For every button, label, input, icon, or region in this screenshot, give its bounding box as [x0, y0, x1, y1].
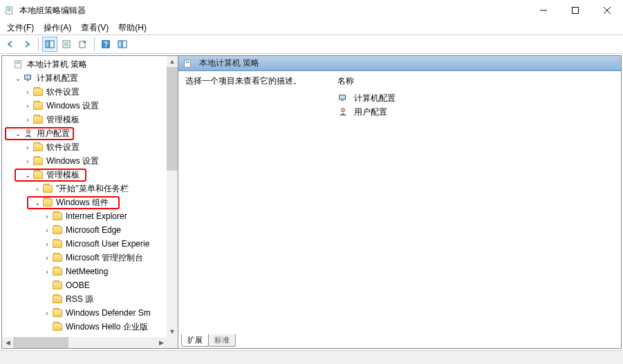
tree-item[interactable]: ›Windows 设置 [3, 99, 165, 113]
tree-item[interactable]: ›软件设置 [3, 140, 165, 154]
collapse-icon[interactable]: ⌄ [13, 130, 23, 137]
close-button[interactable] [591, 0, 623, 21]
collapse-icon[interactable]: ⌄ [32, 199, 42, 207]
expand-icon[interactable]: › [42, 227, 52, 234]
tree-item[interactable]: ›Microsoft 管理控制台 [3, 251, 165, 265]
expand-icon[interactable]: › [42, 213, 52, 220]
menu-help[interactable]: 帮助(H) [114, 21, 151, 35]
expand-icon[interactable]: › [32, 185, 42, 193]
list-item[interactable]: 计算机配置 [337, 91, 614, 105]
folder-icon [52, 307, 63, 318]
tree-item[interactable]: ›Windows 设置 [3, 154, 165, 168]
svg-rect-27 [186, 62, 189, 63]
folder-icon [52, 224, 63, 236]
column-header-name[interactable]: 名称 [337, 75, 614, 87]
scroll-thumb[interactable] [13, 337, 68, 348]
toolbar-sep [94, 37, 95, 51]
properties-button[interactable] [59, 37, 74, 52]
tree-item[interactable]: ›Internet Explorer [3, 209, 165, 223]
list-item[interactable]: 用户配置 [337, 105, 614, 119]
folder-icon [32, 142, 44, 153]
tree-item[interactable]: ›Microsoft User Experie [3, 237, 165, 251]
tree-item[interactable]: ›Windows Defender Sm [3, 306, 165, 320]
svg-rect-2 [8, 9, 11, 10]
tree-label: 计算机配置 [35, 73, 80, 84]
svg-rect-3 [8, 10, 11, 11]
tree-label: 软件设置 [45, 142, 81, 153]
folder-icon [52, 252, 63, 263]
tree-item[interactable]: ›"开始"菜单和任务栏 [3, 182, 165, 195]
expand-icon[interactable]: › [42, 254, 52, 262]
computer-icon [337, 93, 348, 104]
tree-computer-config[interactable]: ⌄ 计算机配置 [3, 71, 165, 85]
collapse-icon[interactable]: ⌄ [13, 75, 23, 82]
back-button[interactable] [3, 37, 18, 52]
tree-item[interactable]: Windows Hello 企业版 [3, 320, 165, 334]
folder-icon [32, 114, 44, 125]
folder-icon [42, 197, 53, 208]
show-hide-tree-button[interactable] [42, 37, 57, 52]
tree-user-config[interactable]: ⌄ 用户配置 [3, 126, 165, 140]
filter-button[interactable] [115, 37, 130, 52]
tree-item[interactable]: ›管理模板 [3, 113, 165, 126]
tree-label: 本地计算机 策略 [26, 59, 89, 70]
scroll-left-icon[interactable]: ◀ [2, 337, 13, 348]
expand-icon[interactable]: › [42, 268, 52, 276]
tree-label: 管理模板 [45, 169, 81, 181]
maximize-button[interactable] [559, 0, 591, 21]
svg-rect-8 [46, 41, 49, 48]
expand-icon[interactable]: › [23, 116, 32, 124]
expand-icon[interactable]: › [23, 144, 32, 151]
svg-rect-1 [8, 8, 11, 9]
tree-label: "开始"菜单和任务栏 [55, 183, 130, 195]
minimize-button[interactable] [528, 0, 559, 21]
description-column: 选择一个项目来查看它的描述。 [185, 75, 324, 119]
window-title: 本地组策略编辑器 [19, 5, 86, 17]
policy-icon [183, 58, 194, 69]
expand-icon[interactable]: › [42, 240, 52, 248]
tree-item[interactable]: ›软件设置 [3, 85, 165, 99]
folder-icon [32, 86, 44, 97]
scroll-right-icon[interactable]: ▶ [156, 337, 167, 348]
forward-button[interactable] [19, 37, 35, 52]
svg-point-24 [26, 130, 30, 133]
item-label: 计算机配置 [354, 93, 396, 104]
tab-standard[interactable]: 标准 [208, 334, 236, 347]
tree: 本地计算机 策略 ⌄ 计算机配置 ›软件设置 ›Windows 设置 ›管理模板… [3, 57, 165, 334]
menu-action[interactable]: 操作(A) [39, 21, 75, 35]
tree-item[interactable]: ›Microsoft Edge [3, 223, 165, 237]
tree-item[interactable]: OOBE [3, 278, 165, 292]
scroll-thumb[interactable] [167, 67, 178, 171]
scroll-up-icon[interactable]: ▲ [167, 56, 178, 67]
menu-view[interactable]: 查看(V) [77, 21, 113, 35]
app-icon [4, 5, 15, 16]
help-button[interactable]: ? [98, 37, 113, 52]
computer-icon [23, 73, 34, 84]
vertical-scrollbar[interactable]: ▲ ▼ [167, 56, 178, 337]
policy-icon [13, 59, 24, 70]
name-column: 名称 计算机配置 用户配置 [337, 75, 614, 119]
export-button[interactable] [75, 37, 91, 52]
user-icon [23, 128, 34, 139]
svg-rect-17 [118, 41, 122, 48]
tree-root[interactable]: 本地计算机 策略 [3, 57, 165, 71]
svg-rect-20 [17, 62, 20, 63]
collapse-icon[interactable]: ⌄ [23, 171, 32, 179]
expand-icon[interactable]: › [23, 157, 32, 165]
content: 本地计算机 策略 ⌄ 计算机配置 ›软件设置 ›Windows 设置 ›管理模板… [0, 54, 623, 350]
scroll-down-icon[interactable]: ▼ [167, 326, 178, 337]
folder-icon [52, 294, 63, 305]
expand-icon[interactable]: › [42, 309, 52, 317]
svg-rect-28 [340, 95, 346, 99]
expand-icon[interactable]: › [23, 102, 32, 110]
tree-admin-templates[interactable]: ⌄管理模板 [3, 168, 165, 182]
expand-icon[interactable]: › [23, 88, 32, 96]
horizontal-scrollbar[interactable]: ◀ ▶ [2, 337, 167, 348]
tree-item[interactable]: ›NetMeeting [3, 265, 165, 278]
svg-rect-29 [341, 100, 344, 102]
tree-item[interactable]: RSS 源 [3, 292, 165, 306]
tree-label: Microsoft 管理控制台 [64, 252, 145, 264]
tree-windows-components[interactable]: ⌄Windows 组件 [3, 195, 165, 209]
menu-file[interactable]: 文件(F) [3, 21, 38, 35]
tab-extended[interactable]: 扩展 [181, 334, 209, 347]
